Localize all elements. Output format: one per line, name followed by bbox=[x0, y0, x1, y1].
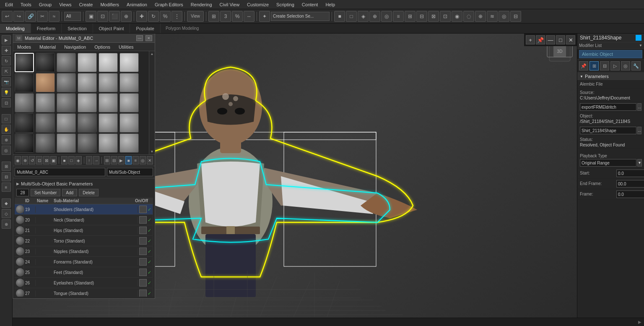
object-browse-btn[interactable]: ... bbox=[637, 127, 641, 134]
mat-tb-select[interactable]: ▣ bbox=[50, 156, 57, 164]
mat-tb-extra1[interactable]: ≡ bbox=[132, 156, 139, 164]
tb-btn-14[interactable]: ≋ bbox=[487, 11, 498, 22]
tb-btn-6[interactable]: ≡ bbox=[393, 11, 404, 22]
tb-btn-9[interactable]: ⊠ bbox=[428, 11, 439, 22]
mat-tb-extra2[interactable]: ◎ bbox=[140, 156, 146, 164]
redo-btn[interactable]: ↪ bbox=[13, 11, 24, 22]
region-btn[interactable]: ⊡ bbox=[97, 11, 108, 22]
row-25-check[interactable]: ✓ bbox=[148, 270, 151, 275]
menu-item-animation[interactable]: Animation bbox=[123, 1, 151, 8]
row-27-color-btn[interactable] bbox=[139, 289, 147, 297]
row-24-check[interactable]: ✓ bbox=[148, 259, 151, 265]
mat-sphere-16[interactable] bbox=[78, 93, 97, 112]
playback-type-arrow[interactable]: ▼ bbox=[637, 159, 642, 167]
left-btn-scale[interactable]: ⇱ bbox=[2, 67, 11, 76]
mat-tb-extra3[interactable]: ✕ bbox=[147, 156, 153, 164]
select-btn[interactable]: ▣ bbox=[86, 11, 96, 22]
mat-sphere-12[interactable] bbox=[119, 73, 139, 92]
view-btn[interactable]: View bbox=[187, 11, 204, 22]
tab-populate[interactable]: Populate bbox=[130, 23, 160, 33]
row-19-sub-mat[interactable]: Shoulders (Standard) bbox=[52, 206, 138, 213]
mat-menu-utilities[interactable]: Utilities bbox=[114, 44, 138, 50]
menu-item-group[interactable]: Group bbox=[36, 1, 55, 8]
tb-btn-8[interactable]: ⊟ bbox=[416, 11, 427, 22]
mat-tb-show-shaded[interactable]: ◈ bbox=[75, 156, 82, 164]
mat-menu-navigation[interactable]: Navigation bbox=[60, 44, 90, 50]
row-23-sub-mat[interactable]: Nipples (Standard) bbox=[52, 248, 138, 255]
percent-btn[interactable]: % bbox=[232, 11, 243, 22]
undo-btn[interactable]: ↩ bbox=[2, 11, 13, 22]
sphere-scroll-down[interactable]: ▼ bbox=[151, 150, 154, 154]
row-19-check[interactable]: ✓ bbox=[148, 207, 151, 212]
row-26-color-btn[interactable] bbox=[139, 279, 147, 287]
row-23-check[interactable]: ✓ bbox=[148, 249, 151, 254]
mat-tb-get-from-scene[interactable]: ◉ bbox=[15, 156, 21, 164]
frame-input[interactable] bbox=[616, 190, 644, 198]
start-input[interactable] bbox=[616, 170, 644, 177]
menu-item-graph-editors[interactable]: Graph Editors bbox=[151, 1, 187, 8]
menu-item-tools[interactable]: Tools bbox=[17, 1, 35, 8]
sub-mat-row-26[interactable]: 26 Eyelashes (Standard) ✓ bbox=[15, 278, 153, 288]
lasso-btn[interactable]: ⬛ bbox=[109, 11, 120, 22]
mat-sphere-20[interactable] bbox=[36, 113, 55, 133]
left-btn-layer[interactable]: ≡ bbox=[2, 183, 11, 192]
sub-mat-row-27[interactable]: 27 Tongue (Standard) ✓ bbox=[15, 288, 153, 297]
mat-tb-put-to-scene[interactable]: ⊕ bbox=[22, 156, 28, 164]
paint-btn[interactable]: ⊕ bbox=[121, 11, 132, 22]
mat-sphere-30[interactable] bbox=[119, 133, 139, 153]
row-22-sub-mat[interactable]: Torso (Standard) bbox=[52, 238, 138, 244]
mat-close-btn[interactable]: ✕ bbox=[145, 35, 152, 41]
row-20-color-btn[interactable] bbox=[139, 216, 147, 224]
menu-item-create[interactable]: Create bbox=[75, 1, 96, 8]
menu-item-edit[interactable]: Edit bbox=[2, 1, 16, 8]
mat-sphere-18[interactable] bbox=[119, 93, 139, 112]
left-btn-snap[interactable]: ⊞ bbox=[2, 162, 11, 171]
mat-tb-unique[interactable]: ⊠ bbox=[43, 156, 49, 164]
row-25-color-btn[interactable] bbox=[139, 269, 147, 276]
mat-tb-diffuse[interactable]: ■ bbox=[61, 156, 68, 164]
mat-menu-material[interactable]: Material bbox=[35, 44, 60, 50]
row-21-check[interactable]: ✓ bbox=[148, 228, 151, 233]
move-btn[interactable]: ✚ bbox=[136, 11, 147, 22]
mat-tb-reset[interactable]: ↺ bbox=[29, 156, 35, 164]
row-26-check[interactable]: ✓ bbox=[148, 280, 151, 286]
row-20-sub-mat[interactable]: Neck (Standard) bbox=[52, 217, 138, 223]
mat-sphere-scrollbar[interactable]: ▲ ▼ bbox=[149, 51, 155, 154]
row-27-check[interactable]: ✓ bbox=[148, 291, 151, 296]
mat-sphere-26[interactable] bbox=[36, 133, 55, 153]
row-23-color-btn[interactable] bbox=[139, 248, 147, 255]
sphere-scroll-up[interactable]: ▲ bbox=[151, 52, 154, 56]
menu-item-customize[interactable]: Customize bbox=[244, 1, 272, 8]
row-25-sub-mat[interactable]: Feet (Standard) bbox=[52, 269, 138, 276]
mat-sphere-10[interactable] bbox=[78, 73, 97, 92]
mat-sphere-9[interactable] bbox=[57, 73, 76, 92]
unlink-btn[interactable]: ✂ bbox=[37, 11, 48, 22]
tr-pin-btn[interactable]: 📌 bbox=[536, 35, 545, 44]
left-btn-camera[interactable]: 📷 bbox=[2, 77, 11, 86]
tr-add-btn[interactable]: + bbox=[526, 35, 535, 44]
viewport[interactable]: [Default Shading] bbox=[13, 34, 577, 326]
num-input[interactable] bbox=[16, 189, 29, 196]
left-btn-zoom[interactable]: ⊕ bbox=[2, 135, 11, 144]
tb-btn-13[interactable]: ⊕ bbox=[475, 11, 486, 22]
mat-tb-show-map[interactable]: □ bbox=[68, 156, 75, 164]
sub-mat-row-19[interactable]: 19 Shoulders (Standard) ✓ bbox=[15, 204, 153, 215]
mat-menu-options[interactable]: Options bbox=[90, 44, 114, 50]
set-number-btn[interactable]: Set Number bbox=[31, 189, 60, 196]
row-26-sub-mat[interactable]: Eyelashes (Standard) bbox=[52, 280, 138, 286]
sub-mat-row-23[interactable]: 23 Nipples (Standard) ✓ bbox=[15, 246, 153, 257]
delete-btn[interactable]: Delete bbox=[79, 189, 99, 196]
mat-sphere-14[interactable] bbox=[36, 93, 55, 112]
left-btn-grid[interactable]: ⊟ bbox=[2, 172, 11, 181]
tr-minimize-btn[interactable]: — bbox=[546, 35, 555, 44]
tb-btn-7[interactable]: ⊞ bbox=[405, 11, 415, 22]
rp-icon-motion[interactable]: ▷ bbox=[610, 61, 620, 70]
modifier-alembic[interactable]: Alembic Object bbox=[579, 50, 642, 58]
row-24-sub-mat[interactable]: Forearms (Standard) bbox=[52, 259, 138, 265]
rp-icon-modifier[interactable]: ⊞ bbox=[589, 61, 599, 70]
left-btn-extra2[interactable]: ◇ bbox=[2, 209, 11, 218]
bottom-scroll-area[interactable]: ▶ bbox=[638, 320, 641, 324]
mat-sphere-8[interactable] bbox=[36, 73, 55, 92]
mat-sphere-13[interactable] bbox=[15, 93, 34, 112]
mat-sphere-23[interactable] bbox=[99, 113, 118, 133]
